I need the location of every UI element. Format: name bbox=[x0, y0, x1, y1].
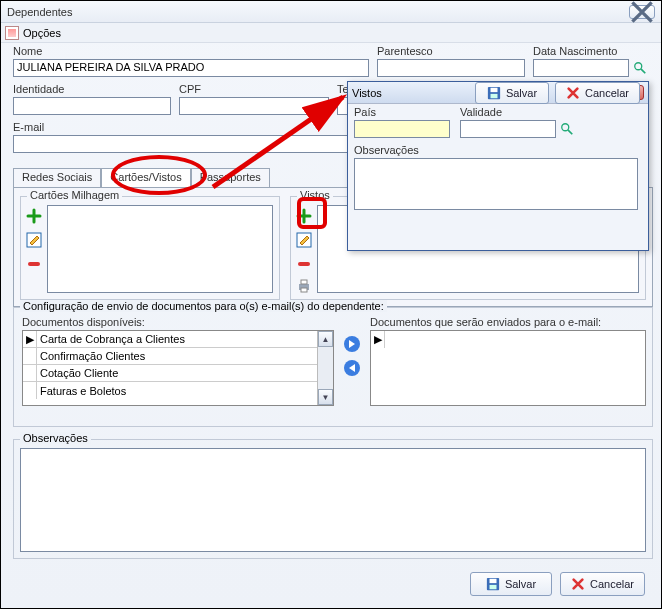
remove-cartao-button[interactable] bbox=[25, 255, 43, 273]
label-cpf: CPF bbox=[179, 83, 201, 95]
cancelar-button[interactable]: Cancelar bbox=[560, 572, 645, 596]
vistos-popup: Vistos País Validade Observações Salvar bbox=[347, 81, 649, 251]
dependentes-window: Dependentes Opções Nome JULIANA PEREIRA … bbox=[0, 0, 662, 609]
popup-title: Vistos bbox=[352, 87, 382, 99]
docs-caption: Configuração de envio de documentos para… bbox=[20, 300, 387, 312]
popup-salvar-label: Salvar bbox=[506, 87, 537, 99]
observacoes-textarea[interactable] bbox=[20, 448, 646, 552]
svg-rect-3 bbox=[28, 262, 40, 266]
svg-rect-5 bbox=[298, 262, 310, 266]
label-email: E-mail bbox=[13, 121, 44, 133]
tab-redes-sociais[interactable]: Redes Sociais bbox=[13, 168, 101, 188]
pais-field[interactable] bbox=[354, 120, 450, 138]
validade-picker-icon[interactable] bbox=[560, 122, 574, 136]
svg-rect-18 bbox=[490, 94, 497, 98]
edit-visto-button[interactable] bbox=[295, 231, 313, 249]
group-docs-config: Configuração de envio de documentos para… bbox=[13, 307, 653, 427]
doc-row[interactable]: Faturas e Boletos bbox=[23, 382, 333, 399]
label-parentesco: Parentesco bbox=[377, 45, 433, 57]
svg-rect-8 bbox=[301, 288, 307, 292]
label-docs-disponiveis: Documentos disponíveis: bbox=[22, 316, 145, 328]
scroll-down-icon[interactable]: ▼ bbox=[318, 389, 333, 405]
popup-cancelar-label: Cancelar bbox=[585, 87, 629, 99]
edit-cartao-button[interactable] bbox=[25, 231, 43, 249]
cancel-icon bbox=[566, 86, 580, 100]
nome-field[interactable]: JULIANA PEREIRA DA SILVA PRADO bbox=[13, 59, 369, 77]
label-popup-obs: Observações bbox=[354, 144, 419, 156]
date-picker-icon[interactable] bbox=[633, 61, 647, 75]
cpf-field[interactable] bbox=[179, 97, 329, 115]
label-data-nascimento: Data Nascimento bbox=[533, 45, 617, 57]
label-nome: Nome bbox=[13, 45, 42, 57]
row-marker-icon bbox=[23, 382, 37, 399]
row-marker-icon: ▶ bbox=[371, 331, 385, 348]
obs-caption: Observações bbox=[20, 432, 91, 444]
svg-point-0 bbox=[635, 63, 642, 70]
doc-row[interactable]: Cotação Cliente bbox=[23, 365, 333, 382]
label-identidade: Identidade bbox=[13, 83, 64, 95]
group-vistos-caption: Vistos bbox=[297, 189, 333, 201]
doc-item-label: Confirmação Clientes bbox=[37, 350, 145, 362]
docs-available-list[interactable]: ▶Carta de Cobrança a Clientes Confirmaçã… bbox=[22, 330, 334, 406]
row-marker-icon: ▶ bbox=[23, 331, 37, 347]
doc-item-label: Cotação Cliente bbox=[37, 367, 118, 379]
group-cartoes-caption: Cartões Milhagem bbox=[27, 189, 122, 201]
row-marker-icon bbox=[23, 365, 37, 381]
salvar-button[interactable]: Salvar bbox=[470, 572, 552, 596]
group-observacoes: Observações bbox=[13, 439, 653, 559]
move-left-button[interactable] bbox=[342, 358, 362, 378]
window-close-button[interactable] bbox=[629, 5, 655, 19]
remove-visto-button[interactable] bbox=[295, 255, 313, 273]
cancelar-label: Cancelar bbox=[590, 578, 634, 590]
cartoes-list[interactable] bbox=[47, 205, 273, 293]
add-visto-button[interactable] bbox=[295, 207, 313, 225]
options-icon bbox=[5, 26, 19, 40]
svg-line-1 bbox=[641, 69, 645, 73]
close-icon bbox=[630, 0, 654, 24]
scroll-up-icon[interactable]: ▲ bbox=[318, 331, 333, 347]
print-visto-button[interactable] bbox=[295, 277, 313, 295]
popup-salvar-button[interactable]: Salvar bbox=[475, 82, 549, 104]
row-marker-icon bbox=[23, 348, 37, 364]
svg-rect-17 bbox=[490, 88, 497, 92]
validade-field[interactable] bbox=[460, 120, 556, 138]
svg-line-15 bbox=[568, 130, 572, 134]
svg-rect-13 bbox=[489, 585, 496, 589]
data-nascimento-field[interactable] bbox=[533, 59, 629, 77]
label-pais: País bbox=[354, 106, 376, 118]
label-validade: Validade bbox=[460, 106, 502, 118]
docs-selected-list[interactable]: ▶ bbox=[370, 330, 646, 406]
popup-cancelar-button[interactable]: Cancelar bbox=[555, 82, 640, 104]
menu-opcoes[interactable]: Opções bbox=[23, 27, 61, 39]
doc-item-label: Carta de Cobrança a Clientes bbox=[37, 333, 185, 345]
popup-content: País Validade Observações Salvar Cancela… bbox=[348, 104, 648, 112]
svg-rect-12 bbox=[489, 579, 496, 583]
salvar-label: Salvar bbox=[505, 578, 536, 590]
doc-row: ▶ bbox=[371, 331, 645, 348]
popup-obs-textarea[interactable] bbox=[354, 158, 638, 210]
group-cartoes-milhagem: Cartões Milhagem bbox=[20, 196, 280, 300]
popup-button-row: Salvar Cancelar bbox=[475, 82, 640, 104]
window-title: Dependentes bbox=[7, 6, 72, 18]
doc-row[interactable]: Confirmação Clientes bbox=[23, 348, 333, 365]
svg-rect-7 bbox=[301, 280, 307, 284]
nome-value: JULIANA PEREIRA DA SILVA PRADO bbox=[17, 61, 204, 73]
identidade-field[interactable] bbox=[13, 97, 171, 115]
label-docs-enviados: Documentos que serão enviados para o e-m… bbox=[370, 316, 601, 328]
bottom-button-row: Salvar Cancelar bbox=[470, 572, 645, 596]
save-icon bbox=[486, 577, 500, 591]
titlebar: Dependentes bbox=[1, 1, 661, 23]
svg-point-14 bbox=[562, 124, 569, 131]
add-cartao-button[interactable] bbox=[25, 207, 43, 225]
move-right-button[interactable] bbox=[342, 334, 362, 354]
parentesco-field[interactable] bbox=[377, 59, 525, 77]
doc-row[interactable]: ▶Carta de Cobrança a Clientes bbox=[23, 331, 333, 348]
tab-passaportes[interactable]: Passaportes bbox=[191, 168, 270, 188]
save-icon bbox=[487, 86, 501, 100]
tab-cartoes-vistos[interactable]: Cartões/Vistos bbox=[101, 168, 190, 188]
cancel-icon bbox=[571, 577, 585, 591]
scrollbar[interactable]: ▲ ▼ bbox=[317, 331, 333, 405]
menubar: Opções bbox=[1, 23, 661, 43]
doc-item-label: Faturas e Boletos bbox=[37, 385, 126, 397]
